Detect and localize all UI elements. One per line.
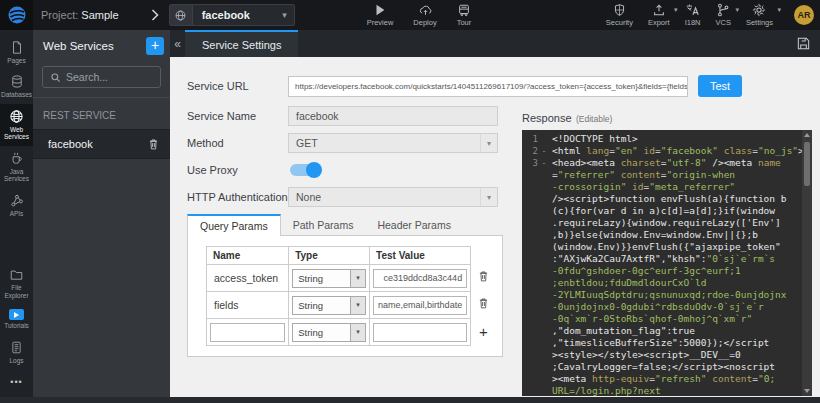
database-icon (10, 74, 24, 89)
tab-path-params[interactable]: Path Params (281, 214, 366, 236)
http-auth-label: HTTP Authentication (187, 191, 288, 203)
i18n-button[interactable]: I18N (685, 3, 701, 27)
project-breadcrumb: Project: Sample (41, 9, 119, 21)
code-line: ;CavalryLogger=false;</script><noscript (552, 361, 802, 373)
new-param-name-input[interactable] (210, 323, 285, 342)
sidebar-item-java-services[interactable]: Java Services (0, 146, 33, 188)
code-line: (c){for(var d in a)c[d]=a[d];}if(window (552, 205, 802, 217)
save-button[interactable] (796, 30, 811, 57)
editor-gutter: 12-3- (522, 130, 552, 396)
param-name: fields (207, 292, 289, 319)
scrollbar-thumb[interactable] (804, 142, 810, 186)
editor-code[interactable]: <!DOCTYPE html><html lang="en" id="faceb… (552, 130, 802, 396)
scroll-down-arrow[interactable] (804, 389, 810, 393)
scrollbar-track[interactable] (802, 140, 812, 386)
api-nodes-icon (10, 193, 24, 208)
horizontal-scrollbar[interactable] (0, 397, 820, 403)
code-line: /><script>function envFlush(a){function … (552, 193, 802, 205)
editor-scrollbar[interactable] (802, 130, 812, 396)
sidebar-item-logs[interactable]: Logs (0, 335, 33, 369)
response-editor[interactable]: 12-3- <!DOCTYPE html><html lang="en" id=… (522, 130, 812, 396)
column-header-name: Name (207, 247, 289, 265)
param-name: access_token (207, 265, 289, 292)
chevron-down-icon: ▾ (735, 6, 739, 14)
code-line: URL=/login.php?next (552, 385, 802, 396)
deploy-button[interactable]: Deploy (413, 3, 436, 27)
service-settings-form: Service URL https://developers.facebook.… (170, 57, 820, 397)
app-logo-icon (7, 5, 27, 25)
http-auth-select[interactable]: None ▾ (288, 187, 498, 207)
delete-param-button[interactable] (477, 296, 490, 310)
params-section: Query Params Path Params Header Params N… (187, 214, 503, 357)
use-proxy-toggle[interactable] (290, 164, 320, 176)
search-input[interactable]: Search... (42, 66, 161, 88)
toggle-knob (306, 162, 322, 178)
method-label: Method (187, 137, 288, 149)
preview-button[interactable]: Preview (367, 3, 394, 27)
tab-service-settings[interactable]: Service Settings (185, 30, 298, 57)
method-select[interactable]: GET ▾ (288, 133, 498, 153)
sidebar-item-web-services[interactable]: Web Services (0, 104, 33, 146)
param-test-value-input[interactable]: name,email,birthdate (373, 296, 467, 315)
sidebar-item-pages[interactable]: Pages (0, 35, 33, 69)
delete-param-button[interactable] (477, 269, 490, 283)
response-label: Response (522, 112, 572, 124)
translate-icon (685, 3, 700, 17)
settings-button[interactable]: ▾ Settings (746, 3, 773, 27)
delete-service-button[interactable] (147, 137, 160, 151)
project-name: Sample (81, 9, 118, 21)
app-logo (0, 0, 33, 30)
code-line: ,b)}else{window.Env=window.Env||{};b (552, 229, 802, 241)
add-param-button[interactable]: + (479, 323, 488, 340)
globe-icon (9, 109, 24, 124)
tab-query-params[interactable]: Query Params (187, 214, 281, 236)
sidebar-item-apis[interactable]: APIs (0, 188, 33, 222)
user-avatar[interactable]: AR (794, 5, 814, 25)
search-placeholder: Search... (66, 71, 108, 83)
new-param-test-value-input[interactable] (373, 323, 467, 342)
param-type-select[interactable]: String▾ (292, 296, 366, 315)
main-panel: « Service Settings Service URL https://d… (170, 30, 820, 397)
shield-icon (613, 3, 626, 17)
more-options-button[interactable]: ••• (10, 369, 22, 397)
chevron-down-icon: ▾ (350, 324, 365, 341)
service-name-input[interactable]: facebook (288, 106, 498, 126)
new-param-type-select[interactable]: String▾ (292, 323, 366, 342)
chevron-down-icon: ▾ (350, 270, 365, 287)
sidebar-item-tutorials[interactable]: Tutorials (0, 304, 33, 334)
deploy-cloud-icon (418, 3, 433, 17)
method-value: GET (289, 137, 480, 149)
use-proxy-label: Use Proxy (187, 164, 288, 176)
add-service-button[interactable]: + (146, 37, 164, 55)
service-url-input[interactable]: https://developers.facebook.com/quicksta… (288, 76, 688, 97)
scroll-up-arrow[interactable] (804, 133, 810, 137)
sidebar-item-file-explorer[interactable]: File Explorer (0, 263, 33, 304)
code-line: ><meta http-equiv="refresh" content="0; (552, 373, 802, 385)
param-test-value-input[interactable]: ce319ddcd8a3c44d (373, 269, 467, 288)
test-button[interactable]: Test (698, 75, 742, 97)
tab-header-params[interactable]: Header Params (365, 214, 463, 236)
chevron-down-icon: ▾ (777, 6, 781, 14)
vcs-button[interactable]: ▾ VCS (715, 3, 730, 27)
collapse-sidebar-button[interactable]: « (170, 30, 185, 57)
module-sidebar: Pages Databases Web Services Java Servic… (0, 30, 33, 397)
service-name-label: Service Name (187, 110, 288, 122)
globe-icon (170, 5, 193, 25)
sidebar-item-databases[interactable]: Databases (0, 69, 33, 103)
param-row-fields: fields String▾ name,email,birthdate (207, 292, 492, 319)
http-auth-value: None (289, 191, 480, 203)
chevron-down-icon: ▾ (480, 188, 497, 206)
search-icon (50, 72, 61, 83)
tour-button[interactable]: Tour (457, 3, 472, 27)
param-type-select[interactable]: String▾ (292, 269, 366, 288)
service-switcher-dropdown[interactable]: facebook ▾ (169, 4, 295, 26)
service-list-item-facebook[interactable]: facebook (33, 129, 170, 159)
param-row-access-token: access_token String▾ ce319ddcd8a3c44d (207, 265, 492, 292)
log-file-icon (10, 340, 23, 355)
code-line: ="referrer" content="origin-when (552, 169, 802, 181)
security-button[interactable]: Security (606, 3, 633, 27)
export-button[interactable]: ▾ Export (648, 3, 670, 27)
code-line: :"AXjwKa2Cau7AxtfR","khsh":"0`sj`e`rm`s (552, 253, 802, 265)
code-line: .requireLazy){window.requireLazy(['Env'] (552, 217, 802, 229)
pages-icon (10, 40, 24, 55)
